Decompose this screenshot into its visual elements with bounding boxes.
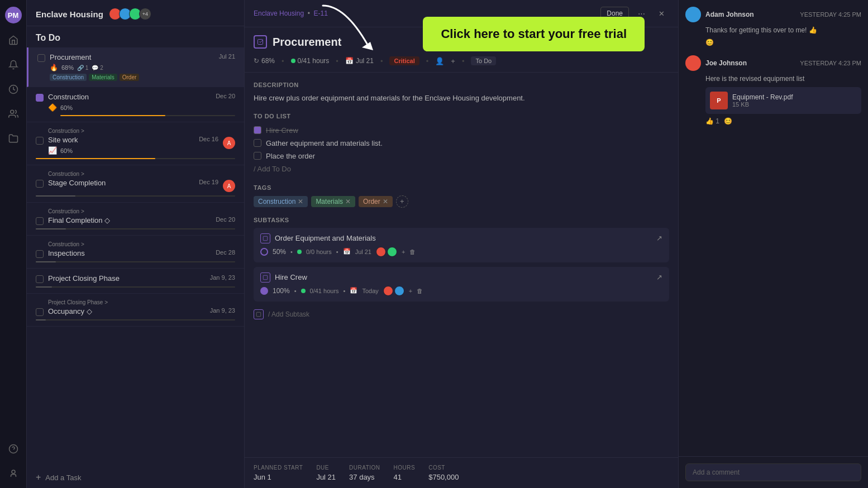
reaction-thumbs-1[interactable]: 👍 1 bbox=[705, 117, 719, 125]
meta-hours: HOURS 41 bbox=[394, 465, 416, 481]
task-scroll-area[interactable]: Procurement Jul 21 🔥 68% 🔗 1 💬 2 Constru… bbox=[27, 47, 244, 467]
meta-planned-start: PLANNED START Jun 1 bbox=[254, 465, 303, 481]
todo-checkbox-2[interactable] bbox=[254, 152, 261, 160]
meta-hours-label: HOURS bbox=[394, 465, 416, 471]
attachment-0[interactable]: P Equipment - Rev.pdf 15 KB bbox=[705, 87, 861, 114]
attach-info-0: Equipment - Rev.pdf 15 KB bbox=[732, 93, 857, 108]
todo-checkbox-1[interactable] bbox=[254, 139, 261, 147]
meta-due-label: DUE bbox=[316, 465, 336, 471]
app-logo[interactable]: PM bbox=[5, 7, 22, 23]
tags-row: Construction ✕ Materials ✕ Order ✕ + bbox=[254, 195, 669, 208]
reaction-emoji-0[interactable]: 😊 bbox=[705, 39, 714, 46]
subtask-link-0[interactable]: ↗ bbox=[656, 234, 662, 242]
subtask-card-0[interactable]: Order Equipment and Materials ↗ 50% • 0/… bbox=[254, 228, 669, 262]
add-assign-icon[interactable]: + bbox=[451, 57, 455, 65]
tag-order-remove[interactable]: ✕ bbox=[383, 198, 388, 205]
task-checkbox-stage-completion[interactable] bbox=[36, 180, 44, 188]
subtask-title-row-0: Order Equipment and Materials ↗ bbox=[260, 233, 662, 243]
comment-name-0: Adam Johnson bbox=[705, 11, 754, 18]
task-avatar-stage-completion: A bbox=[223, 180, 235, 192]
subtask-card-1[interactable]: Hire Crew ↗ 100% • 0/41 hours • 📅 Today bbox=[254, 267, 669, 302]
occupancy-progress-fill bbox=[36, 319, 46, 320]
attach-icon-0: P bbox=[710, 92, 728, 109]
subtask-dot-0 bbox=[297, 250, 302, 254]
nav-home-icon[interactable] bbox=[6, 32, 21, 48]
nav-user-icon[interactable] bbox=[6, 466, 21, 481]
svg-rect-6 bbox=[263, 236, 268, 241]
task-checkbox-procurement[interactable] bbox=[37, 54, 45, 62]
comment-input[interactable] bbox=[685, 463, 861, 481]
task-item-occupancy[interactable]: Project Closing Phase > Occupancy ◇ Jan … bbox=[27, 294, 244, 327]
add-subtask-row[interactable]: / Add Subtask bbox=[254, 306, 669, 323]
task-checkbox-final-completion[interactable] bbox=[36, 217, 44, 225]
priority-badge: Critical bbox=[389, 56, 419, 65]
attr-sep-sub0: • bbox=[290, 248, 293, 255]
nav-bell-icon[interactable] bbox=[6, 57, 21, 73]
comment-scroll[interactable]: Adam Johnson YESTERDAY 4:25 PM Thanks fo… bbox=[679, 0, 868, 456]
add-assign-sub0[interactable]: + bbox=[402, 248, 405, 255]
construction-progress-bar bbox=[60, 115, 235, 116]
subtask-date-1: Today bbox=[362, 288, 378, 294]
task-item-site-work[interactable]: Construction > Site work Dec 16 📈 60% A bbox=[27, 122, 244, 165]
task-checkbox-project-closing[interactable] bbox=[36, 275, 44, 283]
task-checkbox-occupancy[interactable] bbox=[36, 308, 44, 316]
add-assign-sub1[interactable]: + bbox=[409, 288, 412, 294]
delete-sub1[interactable]: 🗑 bbox=[417, 288, 423, 294]
task-checkbox-site-work[interactable] bbox=[36, 137, 44, 145]
final-completion-progress-fill bbox=[36, 228, 66, 229]
add-tag-button[interactable]: + bbox=[396, 195, 408, 208]
todo-item-0[interactable]: Hire Crew bbox=[254, 124, 669, 137]
task-item-inspections[interactable]: Construction > Inspections Dec 28 bbox=[27, 236, 244, 269]
reaction-emoji-1[interactable]: 😊 bbox=[724, 117, 732, 125]
nav-users-icon[interactable] bbox=[6, 106, 21, 122]
tag-construction-remove[interactable]: ✕ bbox=[298, 198, 303, 205]
todo-checkbox-0[interactable] bbox=[254, 126, 261, 134]
delete-sub0[interactable]: 🗑 bbox=[409, 248, 416, 255]
breadcrumb-project: Enclave Housing bbox=[254, 9, 304, 17]
task-checkbox-construction[interactable] bbox=[36, 94, 44, 102]
task-info-stage-completion: Stage Completion Dec 19 bbox=[48, 179, 218, 187]
comment-reactions-0: 😊 bbox=[705, 39, 861, 46]
task-date-procurement: Jul 21 bbox=[219, 53, 235, 60]
cta-banner[interactable]: Click here to start your free trial bbox=[423, 17, 645, 51]
task-item-stage-completion[interactable]: Construction > Stage Completion Dec 19 A bbox=[27, 165, 244, 203]
tag-materials-name: Materials bbox=[316, 198, 343, 205]
nav-clock-icon[interactable] bbox=[6, 82, 21, 97]
task-item-final-completion[interactable]: Construction > Final Completion ◇ Dec 20 bbox=[27, 203, 244, 236]
task-item-construction[interactable]: Construction Dec 20 🔶 60% bbox=[27, 87, 244, 122]
meta-hours-value: 41 bbox=[394, 473, 416, 481]
subtask-title-0: Order Equipment and Materials bbox=[275, 234, 652, 242]
tag-materials-remove[interactable]: ✕ bbox=[345, 198, 351, 205]
final-completion-parent-label: Construction > bbox=[36, 208, 235, 214]
description-label: DESCRIPTION bbox=[254, 82, 669, 88]
close-icon[interactable]: ✕ bbox=[654, 6, 669, 21]
attach-size-0: 15 KB bbox=[732, 101, 857, 108]
meta-duration: DURATION 37 days bbox=[349, 465, 380, 481]
task-meta-site-work: 📈 60% bbox=[48, 146, 218, 155]
attr-sep-sub0b: • bbox=[336, 248, 338, 255]
add-todo-row[interactable]: / Add To Do bbox=[254, 162, 669, 175]
todo-text-1: Gather equipment and materials list. bbox=[266, 139, 383, 147]
task-date-occupancy: Jan 9, 23 bbox=[210, 307, 235, 314]
todo-item-1[interactable]: Gather equipment and materials list. bbox=[254, 137, 669, 150]
detail-panel: Enclave Housing • E-11 Done ⋯ ✕ Procurem… bbox=[245, 0, 678, 488]
task-info-inspections: Inspections Dec 28 bbox=[48, 249, 235, 257]
status-todo-badge: To Do bbox=[471, 56, 496, 65]
nav-folder-icon[interactable] bbox=[6, 131, 21, 146]
nav-help-icon[interactable] bbox=[6, 441, 21, 457]
task-checkbox-inspections[interactable] bbox=[36, 250, 44, 258]
add-subtask-icon bbox=[254, 309, 264, 319]
attr-pct: ↻ 68% bbox=[254, 57, 275, 65]
attr-sep-sub1: • bbox=[294, 288, 297, 294]
subtask-link-1[interactable]: ↗ bbox=[656, 273, 662, 281]
mini-av-0b bbox=[387, 247, 397, 257]
project-closing-progress-fill bbox=[36, 286, 52, 288]
todo-item-2[interactable]: Place the order bbox=[254, 150, 669, 162]
task-item-project-closing[interactable]: Project Closing Phase Jan 9, 23 bbox=[27, 269, 244, 294]
add-task-row[interactable]: + Add a Task bbox=[27, 467, 244, 488]
task-item-procurement[interactable]: Procurement Jul 21 🔥 68% 🔗 1 💬 2 Constru… bbox=[27, 47, 244, 87]
task-meta-procurement: 🔥 68% 🔗 1 💬 2 bbox=[50, 64, 235, 71]
meta-duration-value: 37 days bbox=[349, 473, 380, 481]
subtask-pct-0: 50% bbox=[273, 248, 286, 256]
tag-order: Order bbox=[120, 74, 140, 81]
